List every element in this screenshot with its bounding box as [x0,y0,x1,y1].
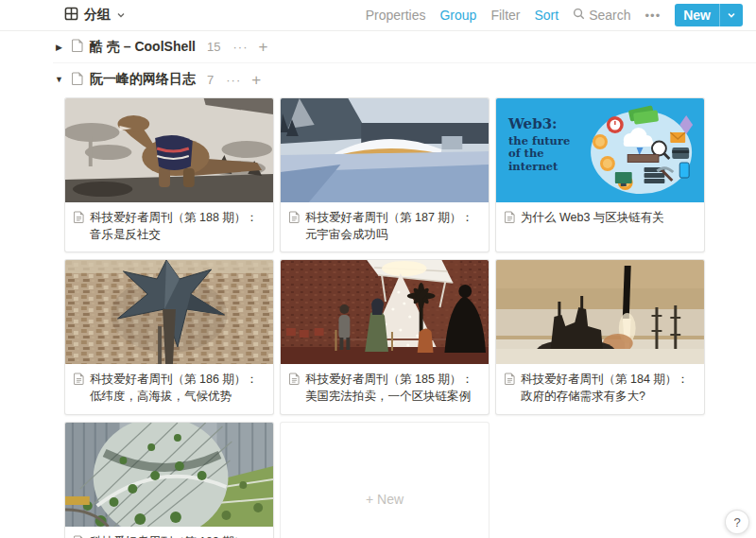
properties-button[interactable]: Properties [366,8,426,23]
group-button[interactable]: Group [439,8,476,23]
view-title: 分组 [84,7,111,24]
group-count: 15 [207,40,220,54]
gallery-card[interactable]: 科技爱好者周刊（第 183 期）：腾讯的员工退休福利 [64,422,274,538]
page-icon [72,72,83,88]
new-card-label: + New [366,492,404,507]
new-button-label[interactable]: New [675,4,719,26]
card-title: 科技爱好者周刊（第 183 期）：腾讯的员工退休福利 [90,533,264,538]
gallery-card[interactable]: 科技爱好者周刊（第 187 期）：元宇宙会成功吗 [280,97,490,252]
group-more-button[interactable]: ··· [226,73,241,87]
page-icon [505,373,515,405]
new-card-button[interactable]: + New [280,422,490,538]
empty-grid-cell [495,422,705,538]
search-label: Search [589,8,630,23]
web3-caption-line: Web3: [508,116,570,133]
web3-caption-line: of the [508,148,570,161]
database-toolbar: Properties Group Filter Sort Search ••• … [366,4,743,26]
group-name: 阮一峰的网络日志 [90,71,196,88]
card-title-row: 为什么 Web3 与区块链有关 [496,202,704,236]
toggle-collapsed-icon[interactable]: ▶ [53,43,65,52]
web3-caption-line: the future [508,135,570,148]
card-image-dinosaur-museum [65,98,273,202]
group-count: 7 [207,73,214,87]
new-button[interactable]: New [675,4,743,26]
page-icon [74,373,84,405]
sort-button[interactable]: Sort [535,8,559,23]
group-name: 酷 壳 – CoolShell [90,39,196,56]
gallery-view-icon [64,7,78,25]
card-title-row: 科技爱好者周刊（第 186 期）：低纬度，高海拔，气候优势 [65,364,273,413]
web3-caption: Web3: the future of the internet [508,116,570,173]
page-icon [289,373,300,405]
card-title-row: 科技爱好者周刊（第 187 期）：元宇宙会成功吗 [281,202,489,252]
group-header-ruanyifeng[interactable]: ▼ 阮一峰的网络日志 7 ··· + [53,63,756,95]
page-icon [74,535,84,538]
gallery-card[interactable]: 科技爱好者周刊（第 186 期）：低纬度，高海拔，气候优势 [64,259,274,414]
new-button-dropdown[interactable] [719,4,743,26]
card-title-row: 科技爱好者周刊（第 184 期）：政府的存储需求有多大? [496,364,704,413]
view-switcher[interactable]: 分组 [64,7,126,25]
group-add-button[interactable]: + [258,39,267,55]
card-image-tent-display [281,260,489,364]
card-image-rocket-launch [496,260,704,364]
card-image-web3-illustration: Web3: the future of the internet [496,98,704,202]
help-button[interactable]: ? [725,510,749,534]
card-image-snow-building [281,98,489,202]
card-title-row: 科技爱好者周刊（第 183 期）：腾讯的员工退休福利 [65,527,273,538]
group-more-button[interactable]: ··· [232,40,248,54]
gallery-card[interactable]: 科技爱好者周刊（第 185 期）：美国宪法拍卖，一个区块链案例 [280,259,490,414]
more-options-button[interactable]: ••• [645,9,662,23]
question-mark-icon: ? [733,515,740,529]
card-title-row: 科技爱好者周刊（第 185 期）：美国宪法拍卖，一个区块链案例 [281,364,489,413]
group-add-button[interactable]: + [251,72,261,88]
page-icon [505,211,515,228]
card-image-star-city [65,260,273,364]
card-title: 科技爱好者周刊（第 186 期）：低纬度，高海拔，气候优势 [90,371,264,405]
card-title: 科技爱好者周刊（第 184 期）：政府的存储需求有多大? [521,371,695,405]
gallery-card[interactable]: 科技爱好者周刊（第 188 期）：音乐是反社交 [64,97,274,252]
chevron-down-icon [116,7,126,24]
group-header-coolshell[interactable]: ▶ 酷 壳 – CoolShell 15 ··· + [53,31,756,63]
view-toolbar: 分组 Properties Group Filter Sort Search •… [0,0,756,31]
page-icon [74,211,84,243]
gallery-grid: 科技爱好者周刊（第 188 期）：音乐是反社交 [64,97,705,538]
page-icon [72,39,83,55]
search-button[interactable]: Search [573,8,630,23]
card-title: 科技爱好者周刊（第 185 期）：美国宪法拍卖，一个区块链案例 [305,371,479,405]
card-title: 为什么 Web3 与区块链有关 [521,209,664,228]
card-image-helix-building [65,423,273,527]
filter-button[interactable]: Filter [490,8,520,23]
card-title-row: 科技爱好者周刊（第 188 期）：音乐是反社交 [65,202,273,252]
gallery-card[interactable]: 科技爱好者周刊（第 184 期）：政府的存储需求有多大? [495,259,705,414]
card-title: 科技爱好者周刊（第 188 期）：音乐是反社交 [90,209,264,243]
page-icon [289,211,300,243]
gallery-card[interactable]: Web3: the future of the internet 为什么 Web… [495,97,705,252]
card-title: 科技爱好者周刊（第 187 期）：元宇宙会成功吗 [305,209,479,243]
toggle-expanded-icon[interactable]: ▼ [53,75,65,84]
web3-caption-line: internet [508,161,570,174]
search-icon [573,8,585,23]
